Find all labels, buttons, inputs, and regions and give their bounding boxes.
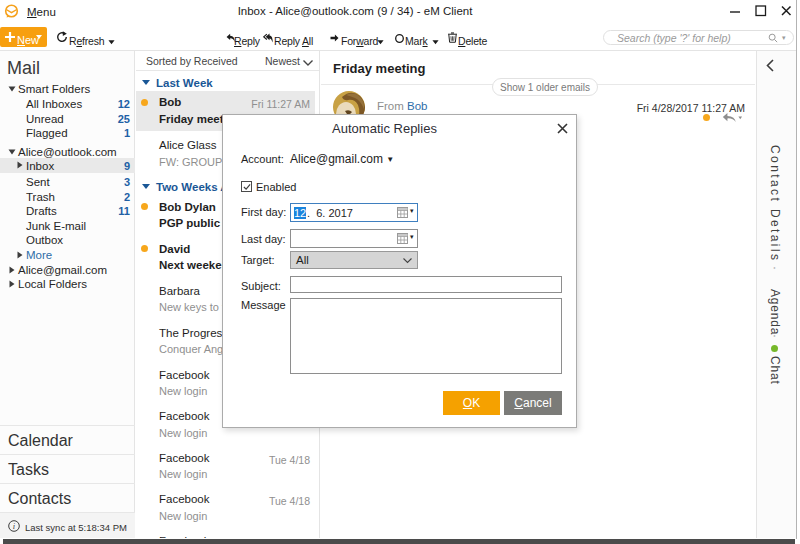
svg-text:i: i	[13, 521, 16, 531]
